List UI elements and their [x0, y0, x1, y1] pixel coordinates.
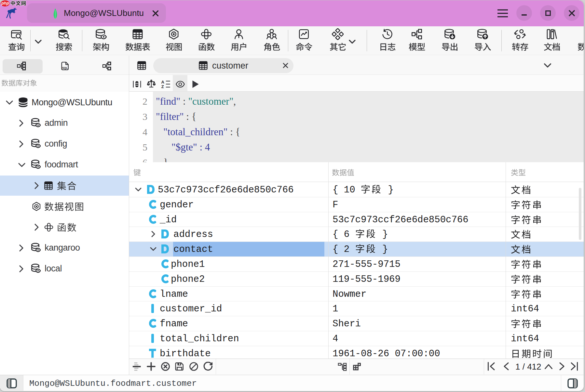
svg-text:Z: Z: [161, 84, 164, 89]
svg-text:SQL: SQL: [62, 66, 68, 70]
